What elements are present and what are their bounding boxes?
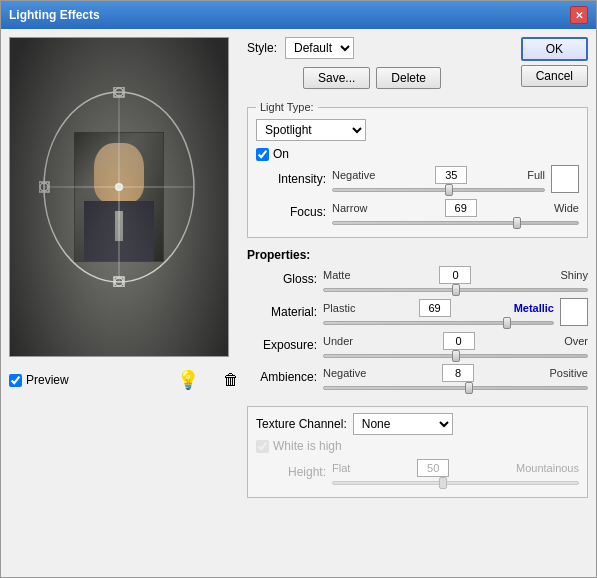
light-type-legend: Light Type: bbox=[256, 101, 318, 113]
preview-checkbox-group: Preview bbox=[9, 373, 69, 387]
material-track[interactable] bbox=[323, 321, 554, 325]
lightbulb-icon[interactable]: 💡 bbox=[177, 369, 199, 391]
exposure-label: Exposure: bbox=[247, 338, 317, 352]
flat-label: Flat bbox=[332, 462, 350, 474]
ambience-track[interactable] bbox=[323, 386, 588, 390]
preview-checkbox[interactable] bbox=[9, 374, 22, 387]
ambience-right: Positive bbox=[549, 367, 588, 379]
material-left: Plastic bbox=[323, 302, 355, 314]
light-type-section: Light Type: Spotlight On Intensity: bbox=[247, 101, 588, 238]
focus-row: Focus: Narrow Wide bbox=[256, 199, 579, 225]
texture-section: Texture Channel: None White is high Heig… bbox=[247, 406, 588, 498]
material-right: Metallic bbox=[514, 302, 554, 314]
cancel-button[interactable]: Cancel bbox=[521, 65, 588, 87]
intensity-label: Intensity: bbox=[256, 172, 326, 186]
style-select[interactable]: Default bbox=[285, 37, 354, 59]
svg-point-11 bbox=[115, 183, 123, 191]
exposure-row: Exposure: Under Over bbox=[247, 332, 588, 358]
gloss-label: Gloss: bbox=[247, 272, 317, 286]
height-track[interactable] bbox=[332, 481, 579, 485]
material-labels: Plastic Metallic bbox=[323, 299, 554, 317]
ok-cancel-group: OK Cancel bbox=[521, 37, 588, 87]
gloss-labels: Matte Shiny bbox=[323, 266, 588, 284]
focus-slider-group: Narrow Wide bbox=[332, 199, 579, 225]
preview-icon-group: 💡 🗑 bbox=[177, 369, 239, 391]
material-thumb[interactable] bbox=[503, 317, 511, 329]
save-delete-row: Save... Delete bbox=[247, 67, 515, 89]
gloss-track[interactable] bbox=[323, 288, 588, 292]
light-type-label: Light Type: bbox=[260, 101, 314, 113]
style-row: Style: Default bbox=[247, 37, 515, 59]
texture-channel-select[interactable]: None bbox=[353, 413, 453, 435]
delete-light-icon[interactable]: 🗑 bbox=[223, 371, 239, 389]
exposure-slider-group: Under Over bbox=[323, 332, 588, 358]
focus-labels: Narrow Wide bbox=[332, 199, 579, 217]
focus-label: Focus: bbox=[256, 205, 326, 219]
properties-section: Properties: Gloss: Matte Shiny bbox=[247, 248, 588, 396]
intensity-left: Negative bbox=[332, 169, 375, 181]
properties-title: Properties: bbox=[247, 248, 588, 262]
material-label: Material: bbox=[247, 305, 317, 319]
height-thumb[interactable] bbox=[439, 477, 447, 489]
intensity-slider-group: Negative Full bbox=[332, 166, 545, 192]
gloss-slider-group: Matte Shiny bbox=[323, 266, 588, 292]
exposure-value[interactable] bbox=[443, 332, 475, 350]
intensity-value[interactable] bbox=[435, 166, 467, 184]
intensity-thumb[interactable] bbox=[445, 184, 453, 196]
ambience-thumb[interactable] bbox=[465, 382, 473, 394]
intensity-color-swatch[interactable] bbox=[551, 165, 579, 193]
mountainous-label: Mountainous bbox=[516, 462, 579, 474]
height-labels: Flat Mountainous bbox=[332, 459, 579, 477]
intensity-labels: Negative Full bbox=[332, 166, 545, 184]
right-panel: Style: Default Save... Delete OK bbox=[247, 37, 588, 569]
focus-thumb[interactable] bbox=[513, 217, 521, 229]
lighting-effects-dialog: Lighting Effects ✕ bbox=[0, 0, 597, 578]
ambience-value[interactable] bbox=[442, 364, 474, 382]
close-button[interactable]: ✕ bbox=[570, 6, 588, 24]
height-value[interactable] bbox=[417, 459, 449, 477]
ambience-slider-group: Negative Positive bbox=[323, 364, 588, 390]
ambience-label: Ambience: bbox=[247, 370, 317, 384]
light-type-select[interactable]: Spotlight bbox=[256, 119, 366, 141]
dialog-title: Lighting Effects bbox=[9, 8, 100, 22]
gloss-right: Shiny bbox=[560, 269, 588, 281]
white-is-high-checkbox[interactable] bbox=[256, 440, 269, 453]
material-row: Material: Plastic Metallic bbox=[247, 298, 588, 326]
ambience-labels: Negative Positive bbox=[323, 364, 588, 382]
save-button[interactable]: Save... bbox=[303, 67, 370, 89]
texture-channel-label: Texture Channel: bbox=[256, 417, 347, 431]
on-label: On bbox=[273, 147, 289, 161]
light-on-checkbox[interactable] bbox=[256, 148, 269, 161]
on-checkbox-group: On bbox=[256, 147, 579, 161]
preview-image bbox=[10, 38, 228, 356]
ambience-row: Ambience: Negative Positive bbox=[247, 364, 588, 390]
titlebar: Lighting Effects ✕ bbox=[1, 1, 596, 29]
material-value[interactable] bbox=[419, 299, 451, 317]
gloss-row: Gloss: Matte Shiny bbox=[247, 266, 588, 292]
delete-button[interactable]: Delete bbox=[376, 67, 441, 89]
preview-canvas[interactable] bbox=[9, 37, 229, 357]
preview-label: Preview bbox=[26, 373, 69, 387]
exposure-left: Under bbox=[323, 335, 353, 347]
exposure-track[interactable] bbox=[323, 354, 588, 358]
focus-track[interactable] bbox=[332, 221, 579, 225]
focus-right: Wide bbox=[554, 202, 579, 214]
exposure-thumb[interactable] bbox=[452, 350, 460, 362]
left-panel: Preview 💡 🗑 bbox=[9, 37, 239, 569]
content-area: Preview 💡 🗑 Style: Default bbox=[1, 29, 596, 577]
material-color-swatch[interactable] bbox=[560, 298, 588, 326]
height-label: Height: bbox=[256, 465, 326, 479]
exposure-labels: Under Over bbox=[323, 332, 588, 350]
exposure-right: Over bbox=[564, 335, 588, 347]
focus-value[interactable] bbox=[445, 199, 477, 217]
height-slider-group: Flat Mountainous bbox=[332, 459, 579, 485]
preview-controls: Preview 💡 🗑 bbox=[9, 365, 239, 395]
material-slider-group: Plastic Metallic bbox=[323, 299, 554, 325]
height-row: Height: Flat Mountainous bbox=[256, 459, 579, 485]
spotlight-ellipse[interactable] bbox=[39, 87, 199, 287]
gloss-value[interactable] bbox=[439, 266, 471, 284]
gloss-thumb[interactable] bbox=[452, 284, 460, 296]
ok-button[interactable]: OK bbox=[521, 37, 588, 61]
intensity-track[interactable] bbox=[332, 188, 545, 192]
texture-channel-row: Texture Channel: None bbox=[256, 413, 579, 435]
